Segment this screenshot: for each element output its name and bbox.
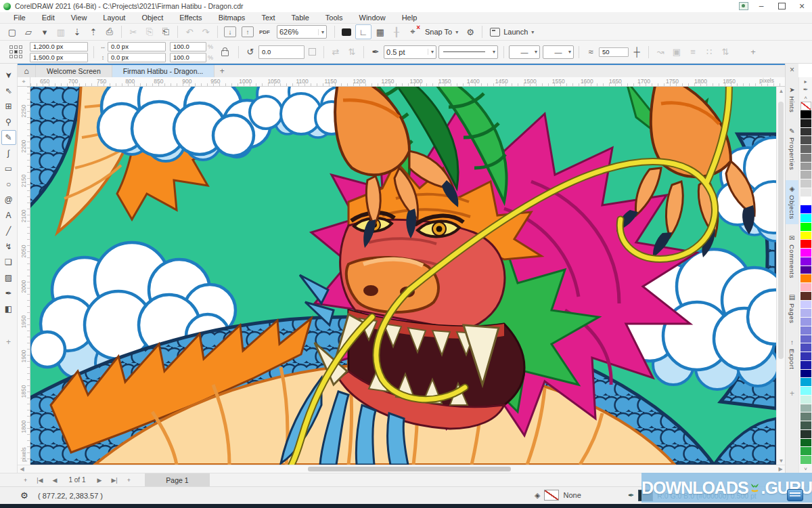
object-y-field[interactable]: 1,500.0 px	[30, 53, 88, 62]
menu-item-bitmaps[interactable]: Bitmaps	[210, 14, 254, 22]
palette-swatch[interactable]	[800, 396, 811, 404]
menu-item-help[interactable]: Help	[394, 14, 426, 22]
zoom-level-combobox[interactable]: 626%	[277, 25, 327, 39]
restore-button[interactable]	[771, 1, 792, 12]
palette-swatch[interactable]	[800, 179, 811, 188]
close-button[interactable]	[792, 1, 812, 12]
object-height-field[interactable]: 0.0 px	[108, 53, 166, 62]
object-position-grid[interactable]	[9, 45, 22, 58]
menu-item-layout[interactable]: Layout	[95, 14, 133, 22]
dimension-tool[interactable]: ╱	[1, 224, 16, 238]
line-style-combobox[interactable]	[438, 45, 498, 59]
scale-x-field[interactable]: 100.0	[170, 42, 206, 51]
scale-y-field[interactable]: 100.0	[170, 53, 206, 62]
palette-scroll-down-button[interactable]	[799, 465, 812, 473]
palette-swatch[interactable]	[800, 335, 811, 344]
palette-swatch[interactable]	[800, 343, 811, 352]
drop-shadow-tool[interactable]: ❏	[1, 255, 16, 270]
account-icon[interactable]	[736, 1, 751, 12]
drawing-canvas[interactable]	[30, 87, 776, 465]
palette-swatch[interactable]	[800, 232, 811, 240]
cut-button[interactable]: ✂	[126, 25, 141, 39]
bezier-tool[interactable]: ∫	[1, 146, 16, 161]
object-x-field[interactable]: 1,200.0 px	[30, 42, 88, 51]
minimize-button[interactable]	[751, 1, 771, 12]
palette-swatch[interactable]	[800, 326, 811, 335]
dots-button[interactable]: ∷	[702, 45, 717, 59]
palette-swatch[interactable]	[800, 249, 811, 257]
dock-tab-export[interactable]: ↑Export	[786, 334, 798, 374]
object-width-field[interactable]: 0.0 px	[108, 42, 166, 51]
print-button[interactable]: ⎙	[102, 25, 117, 39]
menu-item-view[interactable]: View	[63, 14, 95, 22]
publish-pdf-button[interactable]: PDF	[257, 25, 272, 39]
vertical-ruler[interactable]: 2250220021502100205020001950190018501800…	[18, 87, 30, 465]
palette-swatch[interactable]	[800, 197, 811, 206]
menu-item-tools[interactable]: Tools	[317, 14, 351, 22]
customize-property-bar-button[interactable]: +	[746, 45, 761, 59]
first-page-button[interactable]: |◀	[32, 477, 47, 484]
freehand-smoothing-field[interactable]: 50	[599, 47, 629, 57]
open-button[interactable]: ▱	[21, 25, 36, 39]
export-button[interactable]: ↑	[242, 26, 254, 37]
palette-swatch[interactable]	[800, 171, 811, 179]
vertical-scrollbar[interactable]: ▲ ▼	[776, 87, 785, 465]
close-curve-button[interactable]: ↝	[653, 45, 668, 59]
page-tab[interactable]: Page 1	[145, 473, 210, 487]
palette-swatch[interactable]	[800, 309, 811, 318]
cloud-upload-button[interactable]: ⇡	[86, 25, 101, 39]
palette-swatch[interactable]	[800, 205, 811, 214]
paste-button[interactable]: ⎗	[158, 25, 173, 39]
palette-scroll-up-button[interactable]	[799, 93, 812, 102]
palette-swatch[interactable]	[800, 188, 811, 197]
palette-swatch[interactable]	[800, 266, 811, 275]
palette-swatch[interactable]	[800, 421, 811, 430]
docker-close-button[interactable]	[786, 64, 798, 76]
palette-swatch[interactable]	[800, 430, 811, 439]
palette-swatch[interactable]	[800, 352, 811, 361]
ellipse-tool[interactable]: ○	[1, 177, 16, 192]
palette-swatch[interactable]	[800, 214, 811, 223]
last-page-button[interactable]: ▶|	[106, 477, 122, 484]
palette-swatch[interactable]	[800, 145, 811, 154]
menu-item-text[interactable]: Text	[253, 14, 283, 22]
dock-tab-pages[interactable]: ▤Pages	[786, 289, 798, 328]
palette-swatch[interactable]	[800, 370, 811, 379]
snap-to-dropdown[interactable]: Snap To	[421, 25, 462, 39]
palette-swatch[interactable]	[800, 292, 811, 301]
horizontal-ruler[interactable]: 6507007508008509009501000105011001150120…	[30, 77, 785, 87]
document-tab-welcome-screen[interactable]: Welcome Screen	[36, 65, 112, 77]
import-button[interactable]: ↓	[224, 26, 236, 37]
arrowhead-start-combobox[interactable]: —	[509, 45, 540, 59]
palette-swatch[interactable]	[800, 283, 811, 292]
ruler-origin[interactable]: ⌖	[18, 77, 30, 87]
palette-swatch[interactable]	[800, 378, 811, 387]
copy-button[interactable]: ⎘	[142, 25, 157, 39]
horizontal-scrollbar-thumb[interactable]	[308, 467, 511, 471]
palette-swatch[interactable]	[800, 447, 811, 456]
welcome-home-icon[interactable]: ⌂	[18, 65, 36, 77]
previous-page-button[interactable]: ◀	[48, 477, 62, 484]
undo-button[interactable]: ↶	[182, 25, 197, 39]
palette-swatch[interactable]	[800, 110, 811, 119]
polygon-tool[interactable]: @	[1, 192, 16, 207]
symmetry-button[interactable]: ▣	[669, 45, 684, 59]
dock-tab-comments[interactable]: ✉Comments	[786, 230, 798, 283]
mirror-vertical-button[interactable]: ⇅	[344, 45, 359, 59]
text-tool[interactable]: A	[1, 208, 16, 223]
horizontal-scrollbar[interactable]: ◀ ▶	[18, 465, 785, 473]
palette-eyedropper-icon[interactable]: ✒	[799, 85, 812, 93]
options-gear-button[interactable]: ⚙	[463, 25, 478, 39]
show-grid-button[interactable]: ▦	[373, 25, 388, 39]
new-document-tab-button[interactable]: +	[215, 65, 229, 77]
show-guidelines-button[interactable]: ╂	[389, 25, 404, 39]
menu-item-file[interactable]: File	[5, 14, 34, 22]
save-button[interactable]: ▥	[53, 25, 68, 39]
menu-item-table[interactable]: Table	[284, 14, 317, 22]
snap-off-button[interactable]: ⌖	[405, 25, 420, 39]
fill-none-swatch[interactable]	[544, 490, 559, 501]
crop-tool[interactable]: ⊞	[1, 99, 16, 114]
palette-swatch[interactable]	[800, 119, 811, 128]
add-page-button[interactable]: +	[19, 477, 32, 484]
show-rulers-button[interactable]: ∟	[355, 24, 371, 39]
